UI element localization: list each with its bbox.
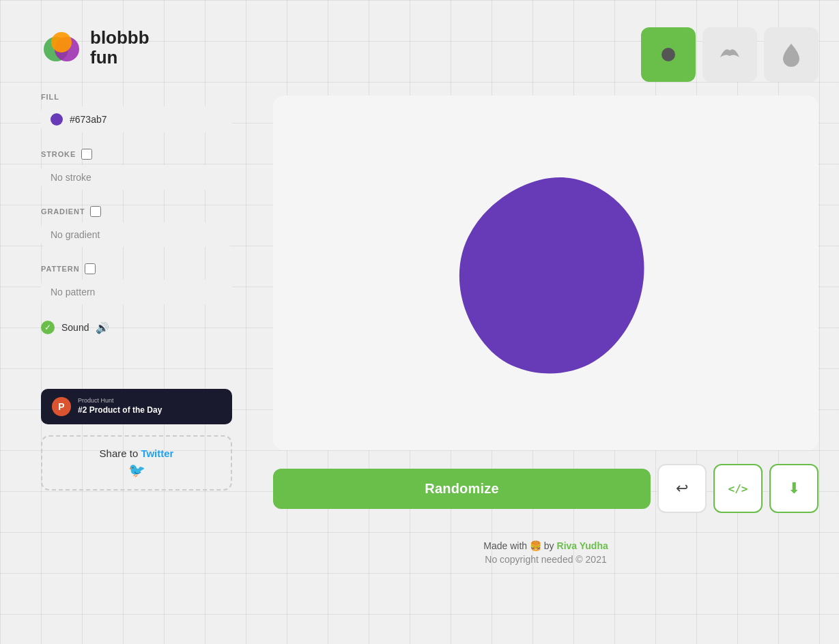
back-button[interactable]: ↩ (657, 464, 707, 513)
footer-author-link[interactable]: Riva Yudha (557, 540, 608, 551)
stroke-control: STROKE No stroke (41, 149, 232, 190)
code-icon: </> (728, 482, 748, 495)
randomize-button[interactable]: Randomize (273, 469, 651, 509)
svg-point-2 (51, 32, 72, 53)
sound-label: Sound (61, 322, 89, 333)
download-button[interactable]: ⬇ (769, 464, 819, 513)
gradient-control: GRADIENT No gradient (41, 206, 232, 247)
product-hunt-badge[interactable]: P Product Hunt #2 Product of the Day (41, 389, 232, 424)
sound-icon: 🔊 (96, 321, 109, 334)
footer-copyright: No copyright needed © 2021 (273, 554, 819, 565)
bottom-controls: Randomize ↩ </> ⬇ (273, 464, 819, 513)
app-name: blobbb fun (90, 28, 150, 67)
sound-checkbox-icon: ✓ (41, 321, 55, 334)
pattern-select[interactable]: No pattern (41, 280, 232, 304)
blob-shape (437, 157, 655, 389)
back-icon: ↩ (676, 480, 688, 497)
gradient-checkbox[interactable] (90, 206, 101, 217)
twitter-emoji: 🐦 (53, 462, 220, 478)
footer: Made with 🍔 by Riva Yudha No copyright n… (273, 513, 819, 579)
gradient-label: GRADIENT (41, 206, 232, 217)
sidebar: blobbb fun FILL #673ab7 STROKE No stroke (0, 14, 253, 592)
blob-canvas (273, 96, 819, 450)
fill-label: FILL (41, 93, 232, 101)
shape-btn-blob[interactable] (641, 27, 696, 82)
product-hunt-logo: P (52, 397, 71, 416)
fill-color-value: #673ab7 (70, 114, 107, 125)
product-hunt-text: Product Hunt #2 Product of the Day (78, 397, 162, 415)
stroke-checkbox[interactable] (81, 149, 92, 160)
fill-control: FILL #673ab7 (41, 93, 232, 132)
code-button[interactable]: </> (713, 464, 763, 513)
shape-btn-bird[interactable] (702, 27, 757, 82)
svg-point-3 (662, 48, 675, 61)
pattern-control: PATTERN No pattern (41, 263, 232, 304)
shape-btn-drop[interactable] (764, 27, 819, 82)
gradient-select[interactable]: No gradient (41, 222, 232, 247)
shape-selector (273, 27, 819, 82)
pattern-label: PATTERN (41, 263, 232, 274)
download-icon: ⬇ (788, 480, 800, 497)
main-content: Randomize ↩ </> ⬇ Made with 🍔 by Riva Yu… (253, 14, 839, 592)
logo-icon (41, 27, 82, 68)
stroke-label: STROKE (41, 149, 232, 160)
sound-control: ✓ Sound 🔊 (41, 321, 232, 334)
stroke-select[interactable]: No stroke (41, 165, 232, 190)
pattern-checkbox[interactable] (85, 263, 96, 274)
fill-color-dot (51, 113, 63, 126)
footer-made-with: Made with 🍔 by Riva Yudha (273, 540, 819, 551)
twitter-share-card[interactable]: Share to Twitter 🐦 (41, 435, 232, 491)
logo-area: blobbb fun (41, 27, 232, 68)
fill-input[interactable]: #673ab7 (41, 106, 232, 132)
twitter-share-text: Share to Twitter (53, 448, 220, 459)
